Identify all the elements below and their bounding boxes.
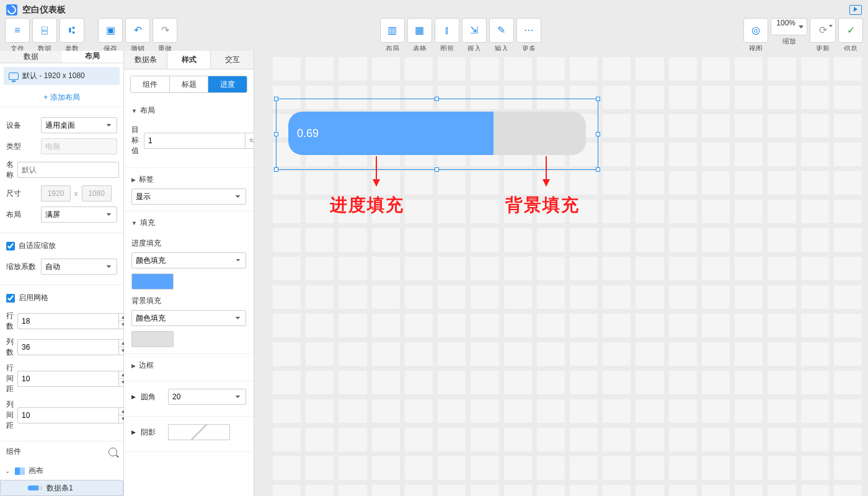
section-layout[interactable]: ▼布局	[131, 102, 246, 120]
app-title: 空白仪表板	[22, 4, 66, 16]
canvas-icon	[15, 467, 25, 475]
zoom-select[interactable]: 100%	[771, 18, 807, 35]
preview-icon[interactable]	[849, 5, 862, 15]
tree-databar[interactable]: 数据条1	[0, 480, 123, 496]
refresh-button[interactable]: ⟳	[810, 18, 836, 43]
params-icon: ⑆	[69, 25, 75, 35]
layout-button[interactable]: ▥	[380, 18, 405, 43]
tree-canvas[interactable]: ⌄ 画布	[0, 462, 123, 480]
progress-bar-widget[interactable]: 0.69	[288, 112, 586, 155]
tab-databar[interactable]: 数据条	[124, 51, 167, 69]
target-input[interactable]: =x	[144, 133, 254, 149]
redo-icon: ↷	[161, 25, 169, 35]
undo-button[interactable]: ↶	[125, 18, 150, 43]
name-input[interactable]	[17, 162, 119, 178]
rows-input[interactable]: ▲▼	[17, 313, 128, 329]
progress-fill-type[interactable]: 颜色填充	[131, 252, 246, 268]
view-button[interactable]: ◎	[743, 18, 768, 43]
progress-value-label: 0.69	[297, 127, 319, 140]
params-button[interactable]: ⑆	[60, 18, 84, 43]
layout-list-item[interactable]: 默认 - 1920 x 1080	[4, 67, 120, 85]
properties-panel: 数据条 样式 交互 组件 标题 进度 ▼布局 目标值 =x ▶标签 显示 ▼填充…	[124, 51, 254, 496]
data-button[interactable]: ⌸	[32, 18, 57, 43]
colgap-input[interactable]: ▲▼	[17, 407, 128, 423]
resize-handle-n[interactable]	[435, 97, 439, 101]
section-label[interactable]: ▶标签	[131, 170, 246, 188]
resize-handle-se[interactable]	[596, 167, 600, 172]
progress-fill: 0.69	[288, 112, 494, 155]
annotation-arrow	[546, 156, 547, 186]
annotation-arrow	[376, 156, 377, 186]
chart-icon: ⫿	[445, 25, 450, 35]
file-button[interactable]: ≡	[5, 18, 30, 43]
save-icon: ▣	[106, 25, 115, 35]
chart-button[interactable]: ⫿	[435, 18, 459, 43]
more-icon: ⋯	[524, 25, 534, 35]
seg-title[interactable]: 标题	[170, 76, 209, 92]
bg-color-swatch[interactable]	[131, 331, 174, 347]
resize-handle-ne[interactable]	[596, 97, 600, 101]
triangle-right-icon: ▶	[131, 394, 136, 400]
triangle-right-icon: ▶	[131, 363, 136, 369]
height-input	[82, 185, 112, 202]
check-icon: ✓	[847, 25, 855, 35]
resize-handle-sw[interactable]	[274, 167, 278, 172]
layout-select[interactable]: 满屏	[41, 206, 117, 223]
main-toolbar: ≡文件 ⌸数据 ⑆参数 ▣保存 ↶撤销 ↷重做 ▥布局 ▦表格 ⫿图形 ⇲嵌入 …	[0, 20, 868, 51]
resize-handle-nw[interactable]	[274, 97, 278, 101]
section-fill[interactable]: ▼填充	[131, 214, 246, 232]
triangle-right-icon: ▶	[131, 177, 136, 183]
refresh-icon: ⟳	[819, 25, 827, 35]
tab-interact[interactable]: 交互	[211, 51, 254, 69]
adaptive-checkbox[interactable]	[6, 242, 15, 250]
tab-style[interactable]: 样式	[167, 51, 211, 69]
fx-icon[interactable]: =x	[245, 133, 254, 148]
left-panel: 数据 布局 默认 - 1920 x 1080 添加布局 设备通用桌面 类型电脑 …	[0, 51, 124, 496]
add-layout-button[interactable]: 添加布局	[0, 89, 123, 107]
tab-data[interactable]: 数据	[0, 51, 62, 63]
table-icon: ▦	[415, 25, 424, 35]
bg-fill-type[interactable]: 颜色填充	[131, 310, 246, 326]
triangle-down-icon: ▼	[131, 220, 137, 226]
canvas-area[interactable]: 0.69 进度填充 背景填充	[254, 51, 868, 496]
save-button[interactable]: ▣	[98, 18, 123, 43]
input-button[interactable]: ✎	[489, 18, 514, 43]
radius-select[interactable]: 20	[168, 389, 246, 405]
input-icon: ✎	[497, 25, 505, 35]
type-select: 电脑	[41, 138, 117, 154]
embed-button[interactable]: ⇲	[462, 18, 487, 43]
tab-layout[interactable]: 布局	[62, 51, 124, 63]
progress-color-swatch[interactable]	[131, 273, 174, 290]
info-button[interactable]: ✓	[838, 18, 863, 43]
resize-handle-s[interactable]	[435, 167, 439, 172]
monitor-icon	[9, 73, 19, 80]
device-select[interactable]: 通用桌面	[41, 117, 117, 133]
annotation-bg-fill: 背景填充	[505, 193, 580, 217]
resize-handle-w[interactable]	[274, 132, 278, 136]
label-visibility-select[interactable]: 显示	[131, 188, 246, 205]
scale-select[interactable]: 自动	[41, 259, 117, 275]
cols-input[interactable]: ▲▼	[17, 339, 128, 355]
chevron-down-icon: ⌄	[5, 467, 11, 474]
undo-icon: ↶	[134, 25, 142, 35]
more-button[interactable]: ⋯	[516, 18, 541, 43]
view-icon: ◎	[751, 25, 760, 35]
section-border[interactable]: ▶边框	[131, 356, 246, 374]
layout-icon: ▥	[388, 25, 397, 35]
shadow-preview[interactable]	[168, 424, 230, 440]
rowgap-input[interactable]: ▲▼	[17, 371, 128, 387]
data-icon: ⌸	[42, 25, 48, 35]
seg-component[interactable]: 组件	[131, 76, 170, 92]
databar-icon	[28, 485, 43, 490]
triangle-right-icon: ▶	[131, 429, 136, 435]
seg-progress[interactable]: 进度	[208, 76, 247, 92]
table-button[interactable]: ▦	[407, 18, 432, 43]
redo-button[interactable]: ↷	[153, 18, 177, 43]
embed-icon: ⇲	[470, 25, 478, 35]
resize-handle-e[interactable]	[596, 132, 600, 136]
width-input	[41, 185, 71, 202]
app-bar: 空白仪表板	[0, 0, 868, 20]
search-icon[interactable]	[108, 448, 117, 456]
grid-checkbox[interactable]	[6, 294, 15, 303]
annotation-progress-fill: 进度填充	[330, 193, 404, 217]
